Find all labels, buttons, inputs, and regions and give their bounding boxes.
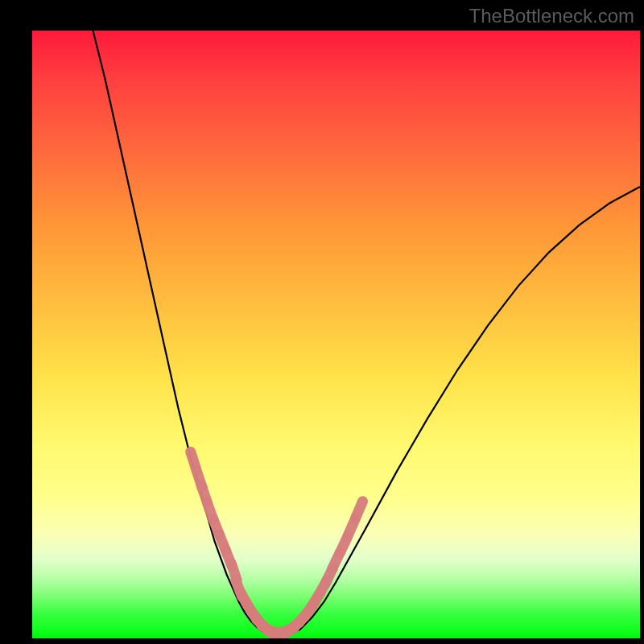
plot-area — [32, 31, 640, 638]
bottleneck-curve — [93, 31, 641, 636]
watermark-text: TheBottleneck.com — [469, 5, 634, 27]
curve-layer — [93, 31, 641, 636]
chart-svg — [32, 31, 640, 638]
marker-layer — [191, 452, 363, 634]
curve-marker — [356, 502, 363, 518]
chart-frame: TheBottleneck.com — [0, 0, 644, 644]
